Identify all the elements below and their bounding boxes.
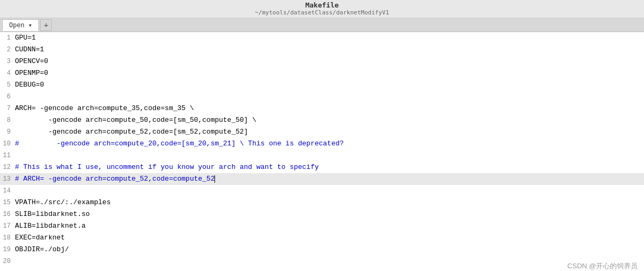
code-line: 12# This is what I use, uncomment if you… [0,161,644,173]
editor: 1GPU=12CUDNN=13OPENCV=04OPENMP=05DEBUG=0… [0,32,644,271]
line-number: 3 [0,56,15,67]
line-content: GPU=1 [15,32,644,44]
line-content: # This is what I use, uncomment if you k… [15,161,644,173]
line-number: 10 [0,138,15,150]
window-title: Makefile [305,1,339,9]
code-line: 6 [0,91,644,103]
line-number: 19 [0,244,15,255]
line-number: 8 [0,114,15,126]
line-number: 18 [0,232,15,244]
line-number: 2 [0,44,15,56]
line-number: 17 [0,220,15,232]
line-content: ARCH= -gencode arch=compute_35,code=sm_3… [15,103,644,114]
line-content: OPENMP=0 [15,67,644,79]
line-number: 12 [0,161,15,173]
line-content: DEBUG=0 [15,79,644,91]
line-content: -gencode arch=compute_50,code=[sm_50,com… [15,114,644,126]
watermark: CSDN @开心的饲养员 [567,261,638,271]
text-cursor [214,175,215,183]
line-content: # -gencode arch=compute_20,code=[sm_20,s… [15,138,644,150]
tab-bar: Open ▾ + [0,18,644,32]
line-content: CUDNN=1 [15,44,644,56]
code-line: 16SLIB=libdarknet.so [0,208,644,220]
line-number: 1 [0,32,15,44]
code-line: 8 -gencode arch=compute_50,code=[sm_50,c… [0,114,644,126]
title-bar: Makefile ~/mytools/datasetClass/darknetM… [0,0,644,18]
code-line: 19OBJDIR=./obj/ [0,244,644,255]
line-number: 14 [0,185,15,197]
line-number: 11 [0,150,15,161]
line-content: VPATH=./src/:./examples [15,197,644,208]
line-number: 9 [0,126,15,138]
code-line: 11 [0,150,644,161]
code-line: 2CUDNN=1 [0,44,644,56]
code-line: 14 [0,185,644,197]
line-number: 4 [0,67,15,79]
tab-new[interactable]: + [40,19,52,31]
line-number: 6 [0,91,15,103]
line-number: 15 [0,197,15,208]
code-line: 15VPATH=./src/:./examples [0,197,644,208]
code-line: 13# ARCH= -gencode arch=compute_52,code=… [0,173,644,185]
line-content: # ARCH= -gencode arch=compute_52,code=co… [15,173,644,185]
line-number: 13 [0,173,15,185]
line-number: 16 [0,208,15,220]
code-line: 18EXEC=darknet [0,232,644,244]
line-content: OPENCV=0 [15,56,644,67]
code-line: 7ARCH= -gencode arch=compute_35,code=sm_… [0,103,644,114]
code-line: 9 -gencode arch=compute_52,code=[sm_52,c… [0,126,644,138]
line-number: 20 [0,255,15,267]
code-area: 1GPU=12CUDNN=13OPENCV=04OPENMP=05DEBUG=0… [0,32,644,267]
code-line: 20 [0,255,644,267]
code-line: 10# -gencode arch=compute_20,code=[sm_20… [0,138,644,150]
line-number: 5 [0,79,15,91]
line-number: 7 [0,103,15,114]
line-content: ALIB=libdarknet.a [15,220,644,232]
code-line: 17ALIB=libdarknet.a [0,220,644,232]
line-content: OBJDIR=./obj/ [15,244,644,255]
line-content: EXEC=darknet [15,232,644,244]
line-content: SLIB=libdarknet.so [15,208,644,220]
code-line: 1GPU=1 [0,32,644,44]
code-line: 3OPENCV=0 [0,56,644,67]
window-subtitle: ~/mytools/datasetClass/darknetModifyV1 [255,9,389,16]
line-content: -gencode arch=compute_52,code=[sm_52,com… [15,126,644,138]
code-line: 5DEBUG=0 [0,79,644,91]
tab-open[interactable]: Open ▾ [2,19,39,31]
code-line: 4OPENMP=0 [0,67,644,79]
